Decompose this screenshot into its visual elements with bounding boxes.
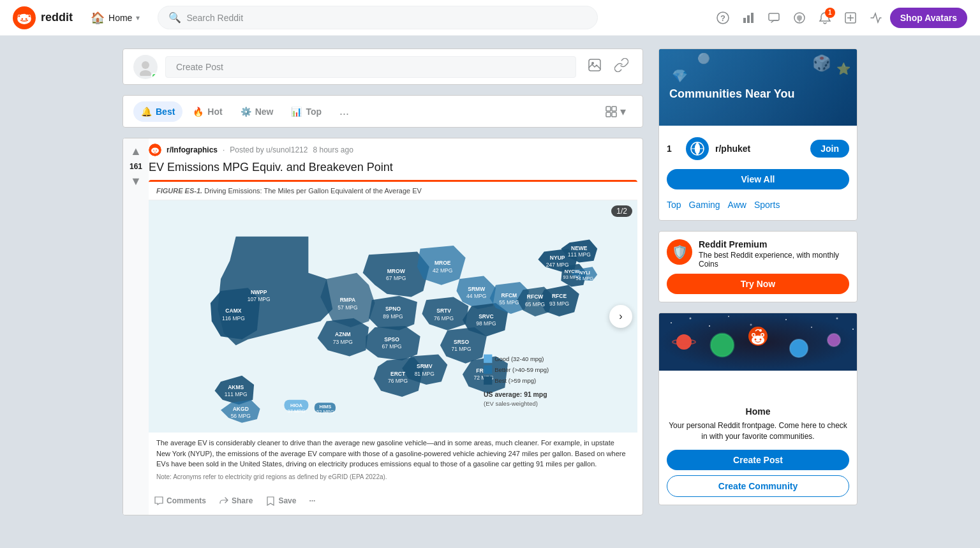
tag-top[interactable]: Top: [667, 200, 681, 210]
join-community-button[interactable]: Join: [810, 140, 849, 158]
premium-text: Reddit Premium The best Reddit experienc…: [699, 239, 849, 269]
svg-text:93 MPG: 93 MPG: [549, 300, 569, 307]
reddit-logo-icon: [13, 6, 36, 29]
more-icon: ...: [339, 105, 349, 117]
save-button[interactable]: Save: [260, 492, 301, 510]
svg-text:RFCE: RFCE: [552, 293, 567, 300]
add-post-button[interactable]: [839, 6, 862, 29]
stats-icon-button[interactable]: [737, 6, 760, 29]
svg-text:111 MPG: 111 MPG: [225, 391, 248, 397]
svg-text:AZNM: AZNM: [335, 332, 351, 338]
svg-point-129: [676, 334, 692, 350]
chat-icon-button[interactable]: [762, 6, 785, 29]
map-caption-figure: FIGURE ES-1.: [156, 187, 204, 195]
map-description: The average EV is considerably cleaner t…: [156, 438, 630, 470]
svg-point-9: [26, 12, 28, 15]
svg-rect-12: [743, 18, 746, 23]
filter-hot-button[interactable]: 🔥 Hot: [185, 101, 230, 122]
svg-text:SRSO: SRSO: [454, 339, 470, 345]
svg-rect-23: [612, 107, 616, 111]
try-now-button[interactable]: Try Now: [667, 274, 849, 294]
post-content: r/Infographics · Posted by u/sunol1212 8…: [149, 138, 642, 515]
svg-text:ERCT: ERCT: [390, 371, 406, 377]
map-caption-text: Driving Emissions: The Miles per Gallon …: [204, 187, 422, 195]
svg-point-139: [752, 336, 764, 344]
premium-description: The best Reddit experience, with monthly…: [699, 251, 849, 269]
tag-gaming[interactable]: Gaming: [689, 200, 720, 210]
create-post-input[interactable]: Create Post: [165, 56, 576, 78]
downvote-button[interactable]: ▼: [129, 174, 143, 189]
svg-point-128: [852, 329, 854, 330]
svg-text:NYUP: NYUP: [550, 255, 565, 261]
post-separator: ·: [223, 145, 225, 154]
home-nav-button[interactable]: 🏠 Home ▾: [83, 7, 147, 29]
best-filter-icon: 🔔: [141, 107, 152, 117]
svg-text:247 MPG: 247 MPG: [546, 262, 569, 269]
comments-button[interactable]: Comments: [149, 492, 211, 510]
svg-point-146: [759, 329, 762, 332]
search-bar[interactable]: 🔍 Search Reddit: [158, 6, 598, 29]
svg-point-144: [753, 334, 755, 336]
svg-text:98 MPG: 98 MPG: [476, 320, 496, 327]
sidebar: 🎲 ⭐ ⚪ 💎 Communities Near You 1 r/phuket …: [658, 48, 858, 515]
svg-text:76 MPG: 76 MPG: [434, 315, 454, 322]
svg-text:SRMV: SRMV: [417, 364, 433, 370]
map-note: Note: Acronyms refer to electricity grid…: [156, 472, 630, 482]
home-card-description: Your personal Reddit frontpage. Come her…: [667, 420, 849, 442]
svg-point-18: [142, 61, 149, 69]
messages-icon-button[interactable]: [788, 6, 811, 29]
chevron-view-icon: ▾: [620, 105, 626, 119]
svg-point-145: [762, 334, 764, 336]
next-image-button[interactable]: ›: [609, 305, 632, 328]
svg-point-127: [836, 318, 838, 320]
community-name[interactable]: r/phuket: [715, 144, 804, 154]
view-all-button[interactable]: View All: [667, 169, 849, 189]
filter-top-button[interactable]: 📊 Top: [283, 101, 329, 122]
svg-rect-24: [606, 112, 611, 117]
home-nav-label: Home: [108, 13, 132, 23]
filter-best-button[interactable]: 🔔 Best: [133, 101, 182, 122]
svg-text:56 MPG: 56 MPG: [231, 413, 251, 419]
more-actions-button[interactable]: ···: [304, 492, 320, 509]
svg-text:?: ?: [720, 13, 725, 23]
svg-point-122: [709, 325, 710, 327]
svg-point-4: [29, 15, 31, 17]
svg-rect-110: [484, 355, 492, 363]
subreddit-name[interactable]: r/Infographics: [167, 145, 218, 154]
post-title[interactable]: EV Emissions MPG Equiv. and Breakeven Po…: [149, 160, 637, 175]
subreddit-icon: [149, 144, 161, 156]
community-rank: 1: [667, 144, 679, 154]
svg-text:116 MPG: 116 MPG: [222, 315, 245, 322]
svg-point-29: [153, 150, 154, 151]
link-icon-button[interactable]: [611, 54, 632, 79]
vote-sidebar: ▲ 161 ▼: [123, 138, 149, 515]
filter-more-button[interactable]: ...: [334, 100, 354, 123]
shop-avatars-button[interactable]: Shop Avatars: [890, 8, 967, 28]
svg-text:MROW: MROW: [387, 268, 406, 274]
help-icon-button[interactable]: ?: [711, 6, 734, 29]
svg-text:44 MPG: 44 MPG: [466, 293, 486, 300]
sidebar-create-post-button[interactable]: Create Post: [667, 450, 849, 470]
tag-sports[interactable]: Sports: [754, 200, 780, 210]
notifications-button[interactable]: 1: [813, 6, 836, 29]
broadcast-icon-button[interactable]: [865, 6, 887, 29]
filter-new-button[interactable]: ⚙️ New: [233, 101, 281, 122]
svg-point-141: [760, 339, 762, 341]
community-item: 1 r/phuket Join: [667, 133, 849, 164]
svg-point-8: [26, 18, 27, 20]
reddit-logo[interactable]: reddit: [13, 6, 73, 29]
post-time: 8 hours ago: [313, 145, 353, 154]
communities-body: 1 r/phuket Join View All Top Gaming Aww …: [659, 126, 857, 220]
svg-text:SPNO: SPNO: [385, 306, 401, 313]
svg-rect-15: [769, 13, 779, 20]
svg-text:Better (>40-59 mpg): Better (>40-59 mpg): [494, 366, 549, 373]
svg-point-7: [22, 18, 24, 20]
filter-new-label: New: [255, 107, 274, 117]
view-toggle-button[interactable]: ▾: [598, 101, 632, 122]
home-icon: 🏠: [91, 11, 105, 25]
tag-aww[interactable]: Aww: [728, 200, 746, 210]
sidebar-create-community-button[interactable]: Create Community: [667, 475, 849, 497]
upvote-button[interactable]: ▲: [129, 144, 143, 159]
share-button[interactable]: Share: [214, 492, 258, 510]
image-upload-icon-button[interactable]: [584, 54, 605, 79]
